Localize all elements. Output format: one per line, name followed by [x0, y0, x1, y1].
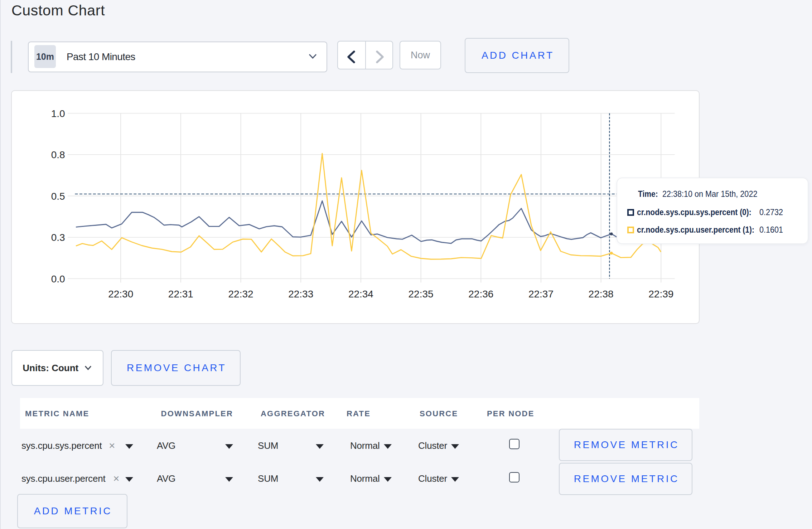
- svg-text:0.3: 0.3: [51, 232, 65, 243]
- svg-text:22:32: 22:32: [228, 288, 253, 300]
- svg-text:22:34: 22:34: [348, 288, 373, 300]
- svg-text:1.0: 1.0: [51, 108, 65, 119]
- svg-text:22:39: 22:39: [648, 288, 673, 300]
- svg-text:22:35: 22:35: [409, 288, 434, 300]
- svg-text:22:30: 22:30: [108, 288, 133, 300]
- svg-text:22:36: 22:36: [468, 288, 493, 300]
- svg-text:22:33: 22:33: [288, 288, 313, 300]
- svg-text:0.8: 0.8: [51, 149, 65, 160]
- svg-text:22:37: 22:37: [528, 288, 554, 300]
- svg-text:22:38: 22:38: [589, 288, 614, 300]
- svg-text:0.0: 0.0: [51, 273, 65, 285]
- svg-text:22:31: 22:31: [168, 288, 193, 300]
- svg-text:0.5: 0.5: [51, 191, 65, 202]
